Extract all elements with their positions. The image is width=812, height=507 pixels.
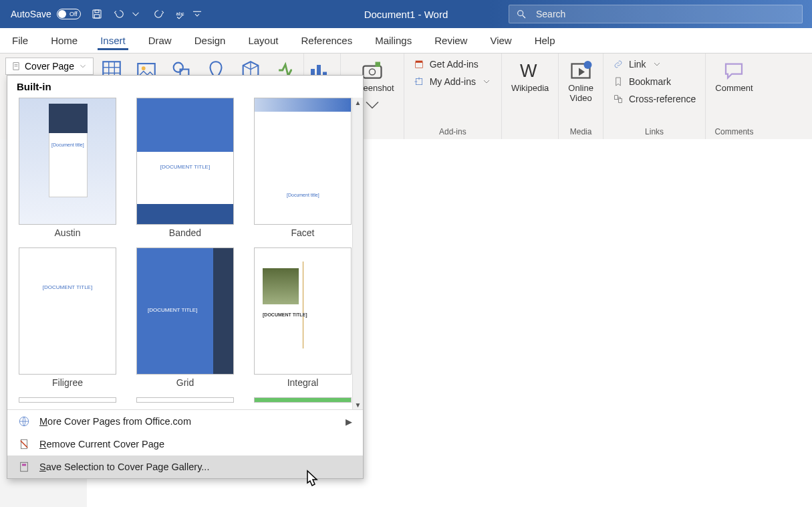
links-group-label: Links (645, 127, 664, 136)
cover-filigree[interactable]: [DOCUMENT TITLE] Filigree (17, 247, 118, 388)
svg-point-16 (142, 66, 146, 70)
tab-help[interactable]: Help (532, 31, 558, 50)
save-icon[interactable] (90, 7, 104, 21)
svg-rect-37 (22, 464, 26, 466)
svg-rect-32 (619, 98, 622, 102)
search-icon (516, 9, 527, 19)
ribbon-tabs: File Home Insert Draw Design Layout Refe… (0, 28, 812, 54)
cursor-pointer-icon (301, 470, 322, 495)
cover-next-2[interactable] (134, 397, 236, 403)
globe-icon (18, 415, 30, 427)
svg-rect-22 (363, 66, 381, 78)
cover-next-1[interactable] (17, 397, 118, 403)
autosave-toggle[interactable]: Off (57, 9, 81, 19)
cover-page-gallery: Built-in [Document title] Austin [DOCUME… (7, 75, 364, 479)
autosave-label: AutoSave (11, 9, 51, 19)
bookmark-button[interactable]: Bookmark (610, 75, 698, 88)
cover-banded[interactable]: [DOCUMENT TITLE] Banded (134, 98, 236, 238)
undo-icon[interactable] (113, 7, 126, 21)
tab-review[interactable]: Review (432, 31, 470, 50)
remove-page-icon (18, 438, 30, 450)
search-placeholder: Search (536, 9, 565, 19)
online-video-button[interactable]: Online Video (565, 58, 596, 104)
comment-icon (722, 59, 746, 83)
remove-cover-page[interactable]: Remove Current Cover Page (7, 433, 363, 455)
save-gallery-icon (18, 461, 30, 473)
addins-icon (414, 76, 424, 87)
gallery-scrollbar[interactable]: ▲ ▼ (352, 98, 363, 409)
page-icon (11, 62, 21, 71)
tab-insert[interactable]: Insert (98, 31, 128, 50)
qat-customize-icon[interactable] (190, 7, 204, 21)
redo-icon[interactable] (152, 7, 165, 21)
svg-line-6 (523, 15, 525, 18)
tab-design[interactable]: Design (192, 31, 229, 50)
svg-rect-36 (21, 462, 28, 472)
my-addins-button[interactable]: My Add-ins (411, 75, 495, 88)
get-addins-button[interactable]: Get Add-ins (411, 58, 495, 71)
tab-draw[interactable]: Draw (146, 31, 174, 50)
cover-page-label: Cover Page (25, 61, 74, 72)
tab-view[interactable]: View (487, 31, 514, 50)
crossref-button[interactable]: Cross-reference (610, 92, 698, 106)
document-title: Document1 - Word (364, 9, 448, 20)
comment-button[interactable]: Comment (712, 58, 755, 94)
cover-austin[interactable]: [Document title] Austin (17, 98, 118, 238)
video-icon (569, 59, 593, 83)
comments-group-label: Comments (714, 127, 753, 136)
svg-rect-1 (95, 10, 99, 13)
cover-page-button[interactable]: Cover Page (5, 58, 94, 75)
svg-text:abc: abc (176, 11, 184, 17)
tab-file[interactable]: File (9, 31, 31, 50)
undo-dropdown-icon[interactable] (129, 7, 142, 21)
cover-facet[interactable]: [Document title] Facet (252, 98, 354, 238)
link-button[interactable]: Link (610, 58, 698, 71)
link-icon (613, 59, 624, 70)
chevron-right-icon: ▶ (346, 417, 352, 427)
tab-layout[interactable]: Layout (245, 31, 281, 50)
tab-home[interactable]: Home (48, 31, 80, 50)
wikipedia-icon: W (518, 59, 542, 83)
svg-point-17 (174, 63, 183, 72)
chevron-down-icon (360, 93, 384, 117)
search-box[interactable]: Search (509, 5, 803, 23)
title-bar: AutoSave Off abc Document1 - Word Search (0, 0, 812, 28)
chevron-down-icon (481, 76, 492, 87)
svg-rect-2 (94, 15, 100, 18)
cover-integral[interactable]: [DOCUMENT TITLE] Integral (252, 247, 354, 388)
svg-point-5 (518, 11, 523, 16)
bookmark-icon (613, 76, 624, 87)
svg-point-30 (584, 61, 592, 69)
gallery-section-builtin: Built-in (7, 76, 363, 98)
tab-mailings[interactable]: Mailings (372, 31, 414, 50)
svg-rect-31 (615, 96, 618, 100)
spelling-icon[interactable]: abc (174, 7, 188, 21)
chevron-down-icon (652, 59, 662, 70)
wikipedia-button[interactable]: W Wikipedia (509, 58, 551, 94)
addins-group-label: Add-ins (439, 127, 466, 136)
scroll-up-icon[interactable]: ▲ (354, 98, 363, 107)
cover-grid[interactable]: [DOCUMENT TITLE] Grid (134, 247, 236, 388)
svg-point-23 (369, 69, 375, 75)
cover-next-3[interactable] (252, 397, 354, 403)
media-group-label: Media (570, 127, 592, 136)
screenshot-icon (360, 59, 384, 83)
crossref-icon (613, 94, 624, 104)
store-icon (414, 59, 424, 70)
svg-rect-25 (415, 62, 422, 68)
tab-references[interactable]: References (298, 31, 355, 50)
svg-text:W: W (520, 61, 537, 81)
svg-line-35 (21, 441, 28, 448)
chevron-down-icon (78, 62, 88, 71)
scroll-down-icon[interactable]: ▼ (354, 400, 363, 409)
svg-rect-24 (375, 62, 380, 68)
more-cover-pages[interactable]: More Cover Pages from Office.com ▶ (7, 410, 363, 433)
svg-rect-26 (415, 61, 422, 63)
